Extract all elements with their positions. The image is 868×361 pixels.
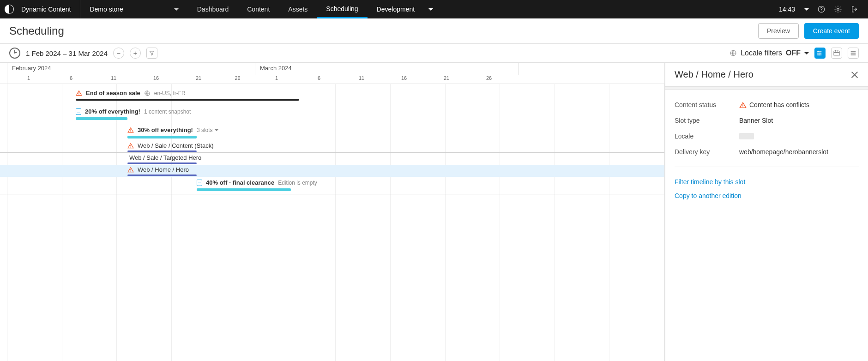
month-headers: February 2024 March 2024 bbox=[0, 63, 664, 75]
preview-button[interactable]: Preview bbox=[758, 23, 799, 39]
filter-button[interactable] bbox=[146, 48, 157, 59]
page-actions: Preview Create event bbox=[758, 23, 859, 39]
store-label: Demo store bbox=[90, 6, 123, 13]
help-icon[interactable] bbox=[817, 5, 826, 13]
body: February 2024 March 2024 1 6 11 16 21 26… bbox=[0, 63, 868, 361]
edition-bar[interactable] bbox=[127, 136, 197, 138]
edition-20-off[interactable]: 20% off everything! 1 content snapshot bbox=[76, 108, 191, 115]
gantt-area[interactable]: End of season sale en-US, fr-FR 20% off … bbox=[0, 84, 664, 361]
event-locales: en-US, fr-FR bbox=[154, 90, 186, 96]
panel-header: Web / Home / Hero bbox=[665, 63, 868, 86]
warning-icon bbox=[127, 143, 134, 149]
tick: 1 bbox=[7, 75, 50, 84]
zoom-in-button[interactable]: + bbox=[130, 48, 141, 59]
logout-icon[interactable] bbox=[850, 5, 859, 13]
view-timeline-button[interactable] bbox=[814, 48, 826, 59]
row-delivery-key: Delivery key web/homepage/herobannerslot bbox=[675, 148, 859, 156]
value: Content has conflicts bbox=[749, 101, 809, 108]
clock-icon bbox=[9, 48, 20, 59]
tick: 6 bbox=[298, 75, 340, 84]
topbar-right: 14:43 bbox=[770, 5, 868, 13]
tab-assets[interactable]: Assets bbox=[279, 0, 317, 18]
slot-content-stack[interactable]: Web / Sale / Content (Stack) bbox=[127, 142, 214, 149]
details-panel: Web / Home / Hero Content status Content… bbox=[665, 63, 868, 361]
tab-content[interactable]: Content bbox=[238, 0, 279, 18]
edition-title: 20% off everything! bbox=[85, 108, 140, 115]
panel-title: Web / Home / Hero bbox=[675, 69, 753, 80]
slot-title: Web / Sale / Content (Stack) bbox=[138, 142, 214, 149]
link-filter-timeline[interactable]: Filter timeline by this slot bbox=[675, 178, 859, 186]
warning-icon bbox=[739, 102, 746, 108]
tab-development[interactable]: Development bbox=[368, 6, 443, 13]
label: Content status bbox=[675, 101, 739, 108]
locale-filters-label: Locale filters bbox=[741, 49, 782, 57]
main-nav: Dashboard Content Assets Scheduling bbox=[188, 0, 368, 18]
tick: 26 bbox=[220, 75, 255, 84]
label: Delivery key bbox=[675, 148, 739, 156]
tick: 16 bbox=[383, 75, 425, 84]
timeline-toolbar: 1 Feb 2024 – 31 Mar 2024 − + Locale filt… bbox=[0, 44, 868, 63]
link-copy-edition[interactable]: Copy to another edition bbox=[675, 192, 859, 199]
tick: 1 bbox=[255, 75, 298, 84]
tick: 21 bbox=[177, 75, 220, 84]
globe-icon bbox=[729, 49, 737, 57]
view-calendar-button[interactable] bbox=[831, 48, 842, 59]
event-bar[interactable] bbox=[76, 99, 299, 101]
panel-divider bbox=[675, 167, 859, 167]
app-logo[interactable] bbox=[0, 0, 18, 18]
timeline[interactable]: February 2024 March 2024 1 6 11 16 21 26… bbox=[0, 63, 665, 361]
edition-bar[interactable] bbox=[197, 188, 291, 191]
event-end-of-season[interactable]: End of season sale en-US, fr-FR bbox=[76, 90, 186, 96]
tick: 21 bbox=[425, 75, 468, 84]
zoom-out-button[interactable]: − bbox=[113, 48, 124, 59]
slot-home-hero[interactable]: Web / Home / Hero bbox=[127, 166, 189, 173]
tab-scheduling[interactable]: Scheduling bbox=[317, 0, 367, 18]
development-label: Development bbox=[377, 6, 415, 13]
label: Slot type bbox=[675, 117, 739, 124]
slots-dropdown[interactable]: 3 slots bbox=[197, 127, 218, 133]
tick: 11 bbox=[340, 75, 383, 84]
edition-40-off[interactable]: 40% off - final clearance Edition is emp… bbox=[197, 179, 317, 186]
chevron-down-icon bbox=[428, 6, 433, 13]
row-content-status: Content status Content has conflicts bbox=[675, 101, 859, 108]
locale-filters-toggle[interactable]: Locale filters OFF bbox=[729, 49, 809, 57]
gear-icon[interactable] bbox=[834, 5, 842, 13]
selected-row-highlight bbox=[0, 165, 664, 177]
label: Locale bbox=[675, 132, 739, 140]
edition-meta: Edition is empty bbox=[278, 180, 317, 186]
close-icon[interactable] bbox=[850, 71, 859, 79]
store-switcher[interactable]: Demo store bbox=[80, 6, 187, 13]
topbar: Dynamic Content Demo store Dashboard Con… bbox=[0, 0, 868, 18]
edition-bar[interactable] bbox=[76, 117, 127, 120]
snapshot-icon bbox=[76, 108, 81, 115]
view-list-button[interactable] bbox=[848, 48, 859, 59]
warning-icon bbox=[127, 127, 134, 133]
date-ticks: 1 6 11 16 21 26 1 6 11 16 21 26 bbox=[0, 75, 664, 84]
create-event-button[interactable]: Create event bbox=[804, 23, 859, 39]
chevron-down-icon bbox=[174, 6, 179, 13]
slot-bar[interactable] bbox=[127, 162, 197, 164]
page-header: Scheduling Preview Create event bbox=[0, 18, 868, 44]
row-locale: Locale bbox=[675, 132, 859, 140]
snapshot-icon bbox=[197, 180, 202, 186]
edition-title: 40% off - final clearance bbox=[206, 179, 274, 186]
chevron-down-icon bbox=[804, 49, 809, 57]
locale-filters-state: OFF bbox=[786, 49, 801, 57]
page-title: Scheduling bbox=[9, 24, 64, 37]
slot-bar[interactable] bbox=[127, 150, 197, 152]
tick: 16 bbox=[135, 75, 177, 84]
slot-bar[interactable] bbox=[127, 174, 197, 176]
tab-dashboard[interactable]: Dashboard bbox=[188, 0, 238, 18]
tick: 11 bbox=[92, 75, 135, 84]
panel-separator bbox=[665, 86, 868, 90]
globe-icon bbox=[144, 90, 151, 96]
edition-30-off[interactable]: 30% off everything! 3 slots bbox=[127, 126, 218, 133]
time-switcher[interactable]: 14:43 bbox=[779, 6, 809, 13]
month-header-mar: March 2024 bbox=[255, 63, 519, 75]
app-name: Dynamic Content bbox=[18, 6, 80, 13]
locale-chip bbox=[739, 133, 754, 139]
date-range[interactable]: 1 Feb 2024 – 31 Mar 2024 bbox=[26, 49, 108, 57]
event-title: End of season sale bbox=[86, 90, 140, 96]
row-slot-type: Slot type Banner Slot bbox=[675, 117, 859, 124]
slot-targeted-hero[interactable]: Web / Sale / Targeted Hero bbox=[129, 154, 201, 161]
